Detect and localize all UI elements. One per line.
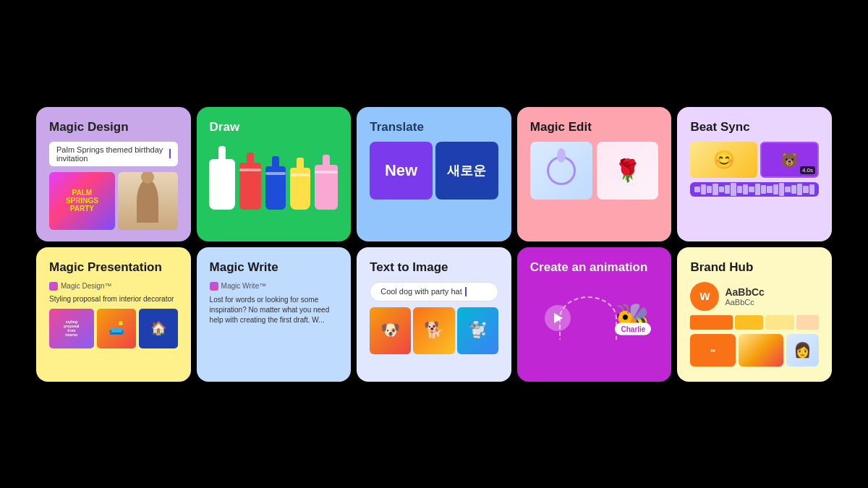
magic-design-images: PALMSPRINGSPARTY xyxy=(49,172,178,230)
translate-panel-korean: 새로운 xyxy=(435,142,498,200)
video-thumbnails: 😊 🐻 4.0s xyxy=(690,142,819,178)
brand-pattern-2 xyxy=(739,334,783,367)
magic-edit-before xyxy=(530,142,592,200)
video-thumb-1: 😊 xyxy=(690,142,757,178)
text-to-image-title: Text to Image xyxy=(370,260,498,275)
panel-korean-text: 새로운 xyxy=(447,162,486,179)
cursor xyxy=(169,149,171,158)
draw-bottles xyxy=(210,146,339,210)
bottle-1 xyxy=(209,146,235,210)
beat-sync-content: 😊 🐻 4.0s xyxy=(690,142,819,197)
mp-slide-1: stylingproposalfrominterior xyxy=(49,309,94,348)
bottle-3 xyxy=(265,156,286,210)
bottle-5 xyxy=(315,155,338,210)
card-brand-hub[interactable]: Brand Hub w AaBbCc AaBbCc w xyxy=(677,247,832,382)
flower-icon xyxy=(547,156,576,185)
brand-hub-title: Brand Hub xyxy=(690,260,819,275)
card-draw[interactable]: Draw xyxy=(197,107,352,241)
design-preview-2 xyxy=(118,172,178,230)
mp-slides: stylingproposalfrominterior 🛋️ 🏠 xyxy=(49,309,178,348)
design-preview-1: PALMSPRINGSPARTY xyxy=(49,172,115,230)
bottle-2 xyxy=(239,153,261,210)
card-beat-sync[interactable]: Beat Sync 😊 🐻 4.0s xyxy=(677,107,832,241)
translate-panel-english: New xyxy=(370,142,433,200)
brand-color-lightyellow xyxy=(765,315,793,330)
panel-new-text: New xyxy=(385,161,417,180)
magic-design-input[interactable]: Palm Springs themed birthday invitation xyxy=(49,142,178,166)
translate-title: Translate xyxy=(370,120,498,134)
card-create-animation[interactable]: Create an animation 🐝 Charlie xyxy=(517,247,672,382)
feature-grid: Magic Design Palm Springs themed birthda… xyxy=(36,107,832,382)
magic-design-title: Magic Design xyxy=(49,120,178,134)
charlie-label: Charlie xyxy=(615,322,651,335)
card-text-to-image[interactable]: Text to Image Cool dog with party hat 🐶 … xyxy=(357,247,511,382)
tti-result-3: 🐩 xyxy=(457,307,498,354)
card-magic-presentation[interactable]: Magic Presentation Magic Design™ Styling… xyxy=(36,247,191,382)
video-thumb-2: 🐻 4.0s xyxy=(760,142,819,178)
brand-hub-top: w AaBbCc AaBbCc xyxy=(690,282,819,311)
brand-avatar: 👩 xyxy=(786,334,819,367)
mw-prompt-row: Magic Write™ xyxy=(210,282,339,291)
card-translate[interactable]: Translate New 새로운 xyxy=(357,107,511,241)
magic-write-title: Magic Write xyxy=(210,260,339,275)
mp-prompt-label: Magic Design™ xyxy=(61,282,112,290)
magic-design-input-text: Palm Springs themed birthday invitation xyxy=(56,145,166,163)
magic-design-icon xyxy=(49,282,58,291)
bottle-4 xyxy=(290,158,310,210)
tti-result-1: 🐶 xyxy=(370,307,411,354)
brand-fonts: AaBbCc AaBbCc xyxy=(725,286,764,307)
magic-edit-title: Magic Edit xyxy=(530,120,659,134)
brand-pattern-1: w xyxy=(690,334,735,367)
mp-slide-2: 🛋️ xyxy=(97,309,136,348)
brand-color-orange xyxy=(690,315,733,330)
mp-prompt-row: Magic Design™ xyxy=(49,282,178,291)
magic-presentation-title: Magic Presentation xyxy=(49,260,178,275)
magic-write-body: Lost for words or looking for some inspi… xyxy=(210,295,339,325)
brand-hub-bottom: w 👩 xyxy=(690,334,819,367)
beat-sync-title: Beat Sync xyxy=(690,120,819,134)
person-silhouette xyxy=(137,179,158,223)
card-magic-design[interactable]: Magic Design Palm Springs themed birthda… xyxy=(36,107,191,241)
time-badge: 4.0s xyxy=(800,166,815,174)
animation-content: 🐝 Charlie xyxy=(530,282,659,354)
brand-color-yellow xyxy=(735,315,763,330)
create-animation-title: Create an animation xyxy=(530,260,659,275)
magic-edit-after: 🌹 xyxy=(597,142,659,200)
mw-prompt-label: Magic Write™ xyxy=(221,282,267,290)
tti-cursor xyxy=(465,287,467,296)
magic-edit-images: 🌹 xyxy=(530,142,659,200)
play-icon xyxy=(554,313,563,323)
text-to-image-input[interactable]: Cool dog with party hat xyxy=(370,282,498,301)
draw-title: Draw xyxy=(210,120,339,134)
mp-subtitle: Styling proposal from interior decorator xyxy=(49,295,178,303)
brand-font-small: AaBbCc xyxy=(725,298,764,307)
translate-panels: New 새로운 xyxy=(370,142,498,200)
bee-character: 🐝 Charlie xyxy=(615,301,651,335)
tti-input-text: Cool dog with party hat xyxy=(380,287,462,296)
waveform xyxy=(690,182,819,197)
rose-icon: 🌹 xyxy=(614,158,641,183)
card-magic-edit[interactable]: Magic Edit 🌹 xyxy=(517,107,672,241)
tti-result-2: 🐕 xyxy=(413,307,454,354)
brand-colors xyxy=(690,315,819,330)
magic-write-icon xyxy=(210,282,218,291)
card-magic-write[interactable]: Magic Write Magic Write™ Lost for words … xyxy=(197,247,352,382)
brand-logo-letter: w xyxy=(699,288,710,304)
brand-hub-content: w AaBbCc AaBbCc w 👩 xyxy=(690,282,819,367)
brand-logo: w xyxy=(690,282,719,311)
brand-color-peach xyxy=(796,315,819,330)
play-button[interactable] xyxy=(545,305,571,331)
mp-slide-3: 🏠 xyxy=(139,309,178,348)
brand-font-large: AaBbCc xyxy=(725,286,764,298)
tti-images: 🐶 🐕 🐩 xyxy=(370,307,498,354)
